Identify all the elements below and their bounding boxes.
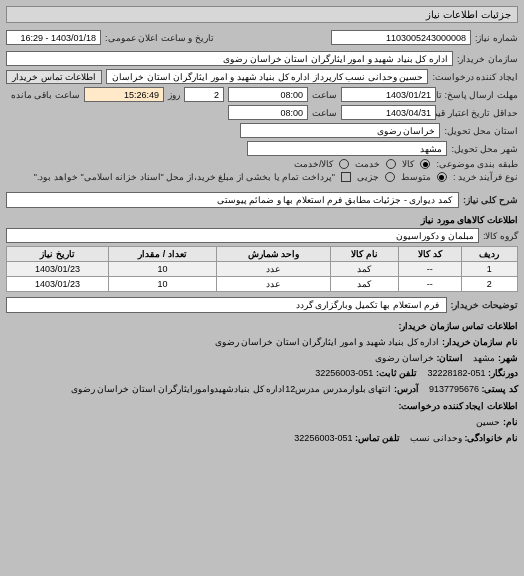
footer-city-label: شهر:	[498, 353, 518, 363]
page-title: جزئیات اطلاعات نیاز	[6, 6, 518, 23]
days-left-label: روز	[168, 90, 180, 100]
radio-goods[interactable]	[420, 159, 430, 169]
col-row: ردیف	[461, 247, 517, 262]
deadline-date: 1403/01/21	[341, 87, 436, 102]
announce-label: تاریخ و ساعت اعلان عمومی:	[105, 33, 214, 43]
name-value: حسین	[476, 417, 500, 427]
province-label: استان محل تحویل:	[444, 126, 518, 136]
name-label: نام:	[503, 417, 518, 427]
need-desc-text: کمد دیواری - جزئیات مطابق فرم استعلام به…	[6, 192, 459, 208]
col-code: کد کالا	[398, 247, 461, 262]
validity-time: 08:00	[228, 105, 308, 120]
col-unit: واحد شمارش	[217, 247, 331, 262]
buyer-notes-text: فرم استعلام بها تکمیل وبارگزاری گردد	[6, 297, 447, 313]
postal-label: کد پستی:	[482, 384, 519, 394]
goods-table: ردیف کد کالا نام کالا واحد شمارش تعداد /…	[6, 246, 518, 292]
need-no-label: شماره نیاز:	[475, 33, 518, 43]
address-value: انتهای بلوارمدرس مدرس12اداره کل بنیادشهی…	[71, 384, 392, 394]
radio-goods-label: کالا	[402, 159, 414, 169]
buyer-notes-label: توضیحات خریدار:	[451, 300, 519, 310]
buyer-value: اداره کل بنیاد شهید و امور ایثارگران است…	[6, 51, 453, 66]
radio-service[interactable]	[386, 159, 396, 169]
process-label: نوع فرآیند خرید :	[453, 172, 518, 182]
phone-value: 051-32256003	[315, 368, 373, 378]
deadline-time: 08:00	[228, 87, 308, 102]
postal-value: 9137795676	[429, 384, 479, 394]
org-label: نام سازمان خریدار:	[442, 337, 518, 347]
deadline-label: مهلت ارسال پاسخ: تا تاریخ:	[440, 90, 518, 100]
family-value: وحدانی نسب	[410, 433, 462, 443]
city-value: مشهد	[247, 141, 447, 156]
time-label-2: ساعت	[312, 108, 337, 118]
group-label: گروه کالا:	[483, 231, 518, 241]
radio-medium[interactable]	[437, 172, 447, 182]
radio-both[interactable]	[339, 159, 349, 169]
need-no-value: 1103005243000008	[331, 30, 471, 45]
radio-both-label: کالا/خدمت	[294, 159, 334, 169]
col-name: نام کالا	[330, 247, 398, 262]
province-value: خراسان رضوی	[240, 123, 440, 138]
phone-label: تلفن ثابت:	[376, 368, 418, 378]
contact-buyer-button[interactable]: اطلاعات تماس خریدار	[6, 70, 102, 84]
remaining-time: 15:26:49	[84, 87, 164, 102]
goods-section-label: اطلاعات کالاهای مورد نیاز	[6, 215, 518, 225]
requester-value: حسین وحدانی نسب کارپرداز اداره کل بنیاد …	[106, 69, 428, 84]
treasury-checkbox[interactable]	[341, 172, 351, 182]
tel-value: 051-32256003	[294, 433, 352, 443]
col-qty: تعداد / مقدار	[108, 247, 216, 262]
footer-title: اطلاعات تماس سازمان خریدار:	[6, 319, 518, 333]
fax-label: دورنگار:	[488, 368, 518, 378]
table-row: 1 -- کمد عدد 10 1403/01/23	[7, 262, 518, 277]
city-label: شهر محل تحویل:	[451, 144, 518, 154]
validity-date: 1403/04/31	[341, 105, 436, 120]
radio-service-label: خدمت	[355, 159, 380, 169]
process-note: "پرداخت تمام یا بخشی از مبلغ خرید،از محل…	[34, 172, 335, 182]
days-left: 2	[184, 87, 224, 102]
radio-partial[interactable]	[385, 172, 395, 182]
classify-label: طبقه بندی موضوعی:	[436, 159, 518, 169]
validity-label: حداقل تاریخ اعتبار قیمت: تا تاریخ:	[440, 108, 518, 118]
announce-date-value: 1403/01/18 - 16:29	[6, 30, 101, 45]
need-desc-label: شرح کلی نیاز:	[463, 195, 518, 205]
col-date: تاریخ نیاز	[7, 247, 109, 262]
radio-partial-label: جزیی	[357, 172, 379, 182]
group-value: مبلمان و دکوراسیون	[6, 228, 479, 243]
buyer-label: سازمان خریدار:	[457, 54, 518, 64]
requester-label: ایجاد کننده درخواست:	[432, 72, 518, 82]
family-label: نام خانوادگی:	[465, 433, 519, 443]
remaining-label: ساعت باقی مانده	[11, 90, 80, 100]
footer-city: مشهد	[473, 353, 495, 363]
radio-medium-label: متوسط	[401, 172, 431, 182]
table-row: 2 -- کمد عدد 10 1403/01/23	[7, 277, 518, 292]
time-label-1: ساعت	[312, 90, 337, 100]
tel-label: تلفن تماس:	[355, 433, 401, 443]
creator-title: اطلاعات ایجاد کننده درخواست:	[6, 399, 518, 413]
fax-value: 051-32228182	[427, 368, 485, 378]
org-value: اداره کل بنیاد شهید و امور ایثارگران است…	[215, 337, 440, 347]
footer-province: خراسان رضوی	[375, 353, 434, 363]
footer-province-label: استان:	[436, 353, 463, 363]
address-label: آدرس:	[394, 384, 419, 394]
